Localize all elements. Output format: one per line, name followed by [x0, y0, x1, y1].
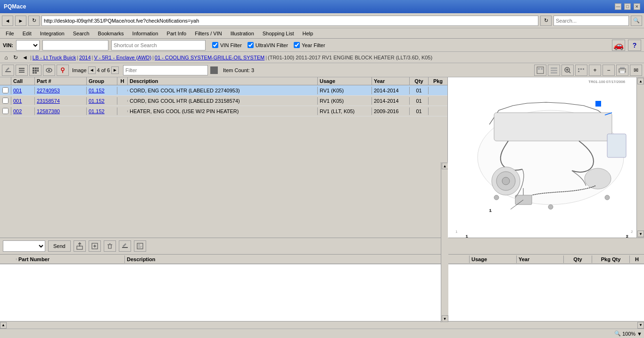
zoom-in-button[interactable] [561, 65, 574, 76]
scroll-right-down[interactable]: ▼ [637, 322, 644, 329]
refresh-button[interactable]: ↻ [28, 16, 40, 26]
sh-header-qty[interactable]: Qty [564, 256, 592, 263]
row3-group-link[interactable]: 01.152 [89, 108, 105, 114]
maximize-button[interactable]: □ [624, 3, 631, 10]
breadcrumb-lb[interactable]: LB - Lt Truck Buick [33, 55, 76, 60]
ultravin-filter-checkbox[interactable] [248, 42, 254, 48]
shopping-note-button[interactable] [134, 240, 146, 252]
row1-part-link[interactable]: 22740953 [37, 88, 60, 93]
sh-header-pkgqty[interactable]: Pkg Qty [592, 256, 630, 263]
refresh-go-button[interactable]: ↻ [540, 16, 552, 26]
sh-header-usage[interactable]: Usage [470, 256, 517, 263]
row3-checkbox[interactable] [2, 108, 8, 114]
row1-group-link[interactable]: 01.152 [89, 88, 105, 93]
table-row[interactable]: 001 23158574 01.152 CORD, ENG COOL HTR (… [0, 96, 447, 106]
row3-call-link[interactable]: 002 [13, 108, 22, 114]
vin-type-select[interactable] [16, 40, 40, 50]
menu-help[interactable]: Help [298, 30, 317, 37]
parts-filter-input[interactable] [123, 65, 208, 75]
vin-filter-checkbox[interactable] [212, 42, 218, 48]
refresh-breadcrumb-icon[interactable]: ↻ [11, 53, 20, 62]
shortcut-search-input[interactable] [111, 40, 206, 50]
header-year[interactable]: Year [372, 77, 410, 85]
browser-search-input[interactable] [553, 16, 629, 26]
list-tool-button[interactable] [16, 65, 28, 76]
image-prev-button[interactable]: ◄ [88, 66, 96, 74]
table-row[interactable]: 002 12587380 01.152 HEATER, ENG COOL (US… [0, 106, 447, 116]
vin-input[interactable] [42, 40, 108, 50]
sh-header-desc[interactable]: Description [125, 256, 470, 263]
list-view-button[interactable] [548, 65, 560, 76]
menu-partinfo[interactable]: Part Info [163, 30, 190, 37]
table-scrollbar[interactable]: ▲ ▼ [441, 162, 448, 238]
sh-header-h[interactable]: H [630, 256, 644, 263]
menu-filters-vin[interactable]: Filters / VIN [191, 30, 225, 37]
zoom-out-minus-button[interactable]: − [603, 65, 615, 76]
mail-button[interactable]: ✉ [630, 65, 642, 76]
menu-integration[interactable]: Integration [36, 30, 68, 37]
home-icon[interactable]: ⌂ [2, 53, 10, 62]
diagram-scroll-down[interactable]: ▼ [637, 231, 644, 237]
scroll-right-up[interactable]: ▲ [0, 322, 7, 329]
year-filter-checkbox[interactable] [294, 42, 300, 48]
controls-button[interactable] [575, 65, 587, 76]
row2-group-link[interactable]: 01.152 [89, 98, 105, 104]
back-button[interactable]: ◄ [2, 16, 13, 26]
browser-search-button[interactable]: 🔍 [631, 16, 642, 26]
row3-check[interactable] [0, 107, 11, 115]
zoom-in-plus-button[interactable]: + [589, 65, 601, 76]
sh-header-part[interactable]: Part Number [17, 256, 125, 263]
row2-part-link[interactable]: 23158574 [37, 98, 60, 104]
menu-edit[interactable]: Edit [19, 30, 35, 37]
scroll-up-arrow[interactable]: ▲ [442, 163, 448, 169]
header-call[interactable]: Call [11, 77, 35, 85]
pin-tool-button[interactable] [57, 65, 69, 76]
breadcrumb-back-icon[interactable]: ◄ [21, 53, 29, 62]
menu-shopping[interactable]: Shopping List [259, 30, 298, 37]
sh-header-year[interactable]: Year [517, 256, 564, 263]
address-bar[interactable] [41, 16, 538, 26]
car-icon-button[interactable]: 🚗 [612, 40, 625, 51]
minimize-button[interactable]: — [615, 3, 621, 10]
row1-call-link[interactable]: 001 [13, 88, 22, 93]
forward-button[interactable]: ► [15, 16, 26, 26]
table-row[interactable]: 001 22740953 01.152 CORD, ENG COOL HTR (… [0, 85, 447, 96]
row1-checkbox[interactable] [2, 87, 8, 93]
grid-tool-button[interactable] [29, 65, 41, 76]
breadcrumb-model[interactable]: V - 5R1 - Enclave (AWD) [94, 55, 151, 60]
row2-checkbox[interactable] [2, 98, 8, 104]
row3-part-link[interactable]: 12587380 [37, 108, 60, 114]
breadcrumb-system[interactable]: 01 - COOLING SYSTEM-GRILLE-OIL SYSTEM [155, 55, 264, 60]
diagram-scrollbar[interactable]: ▲ ▼ [636, 77, 644, 238]
header-desc[interactable]: Description [128, 77, 318, 85]
shopping-delete-button[interactable] [104, 240, 116, 252]
shopping-list-select[interactable] [3, 240, 45, 252]
print-button[interactable] [616, 65, 628, 76]
send-button[interactable]: Send [48, 240, 71, 252]
shopping-export-button[interactable] [74, 240, 86, 252]
row1-check[interactable] [0, 86, 11, 94]
row2-call-link[interactable]: 001 [13, 98, 22, 104]
image-next-button[interactable]: ► [111, 66, 119, 74]
edit-tool-button[interactable] [2, 65, 14, 76]
header-pkg[interactable]: Pkg [429, 77, 447, 85]
breadcrumb-year[interactable]: 2014 [79, 55, 91, 60]
diagram-scroll-up[interactable]: ▲ [637, 78, 644, 84]
header-h[interactable]: H [117, 77, 128, 85]
header-usage[interactable]: Usage [318, 77, 372, 85]
filter-apply-button[interactable] [210, 66, 218, 74]
shopping-edit-button[interactable] [119, 240, 131, 252]
menu-bookmarks[interactable]: Bookmarks [94, 30, 128, 37]
close-button[interactable]: ✕ [634, 3, 640, 10]
row2-check[interactable] [0, 97, 11, 105]
help-icon-button[interactable]: ? [628, 40, 641, 51]
menu-search[interactable]: Search [69, 30, 93, 37]
zoom-dropdown-icon[interactable]: ▼ [637, 331, 642, 337]
menu-information[interactable]: Information [129, 30, 162, 37]
header-group[interactable]: Group [87, 77, 117, 85]
header-part[interactable]: Part # [35, 77, 87, 85]
shopping-add-button[interactable] [89, 240, 101, 252]
menu-illustration[interactable]: Illustration [227, 30, 258, 37]
diagram-view-button[interactable] [534, 65, 546, 76]
eye-tool-button[interactable] [43, 65, 55, 76]
